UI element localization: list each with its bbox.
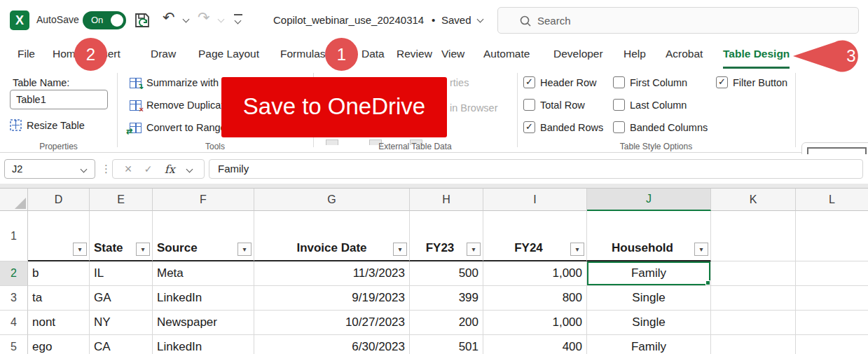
- tab-data[interactable]: Data: [361, 41, 385, 69]
- table-header-cell-g1[interactable]: Invoice Date▾: [254, 211, 410, 261]
- tab-developer[interactable]: Developer: [553, 41, 603, 69]
- column-header-e[interactable]: E: [90, 189, 153, 211]
- cell-h2[interactable]: 500: [410, 261, 483, 286]
- autosave-toggle[interactable]: On: [83, 11, 126, 29]
- search-input[interactable]: [537, 13, 832, 28]
- tab-view[interactable]: View: [441, 41, 464, 69]
- fx-chevron-icon[interactable]: [186, 165, 193, 172]
- select-all-button[interactable]: [0, 189, 28, 211]
- cell-i4[interactable]: 1,000: [483, 311, 587, 335]
- cell-k5[interactable]: [711, 335, 796, 354]
- excel-logo-icon[interactable]: X: [10, 11, 29, 30]
- ribbon-options-chevron-icon[interactable]: [235, 18, 242, 25]
- tab-automate[interactable]: Automate: [483, 41, 530, 69]
- filter-arrow-icon[interactable]: ▾: [393, 243, 407, 256]
- cell-e5[interactable]: CA: [90, 335, 153, 354]
- table-header-cell-f1[interactable]: Source▾: [153, 211, 254, 261]
- table-header-cell-d1[interactable]: ▾: [28, 211, 90, 261]
- save-status[interactable]: Saved: [441, 14, 471, 26]
- cell-j2-active[interactable]: Family: [587, 261, 711, 286]
- name-box[interactable]: J2: [4, 159, 95, 179]
- filter-arrow-icon[interactable]: ▾: [237, 243, 252, 256]
- banded-columns-checkbox[interactable]: ✓: [613, 121, 625, 133]
- column-header-i[interactable]: I: [483, 189, 587, 211]
- filter-arrow-icon[interactable]: ▾: [73, 243, 87, 256]
- cell-j3[interactable]: Single: [587, 286, 711, 311]
- row-header-1[interactable]: 1: [0, 211, 28, 261]
- cell-k3[interactable]: [711, 286, 796, 311]
- formula-input[interactable]: Family: [209, 159, 863, 179]
- formula-bar-drag-handle[interactable]: ⋮: [101, 163, 111, 175]
- cell-e4[interactable]: NY: [90, 311, 153, 335]
- row-header-4[interactable]: 4: [0, 311, 28, 335]
- column-header-k[interactable]: K: [711, 189, 796, 211]
- row-header-3[interactable]: 3: [0, 286, 28, 311]
- title-chevron-icon[interactable]: [477, 16, 484, 23]
- header-row-checkbox[interactable]: ✓: [523, 76, 535, 88]
- undo-chevron-icon[interactable]: [183, 16, 190, 23]
- cell-l1[interactable]: [796, 211, 868, 261]
- save-icon[interactable]: [133, 11, 151, 29]
- cell-d4[interactable]: nont: [28, 311, 90, 335]
- cell-i2[interactable]: 1,000: [483, 261, 587, 286]
- tab-review[interactable]: Review: [397, 41, 432, 69]
- cell-k2[interactable]: [711, 261, 796, 286]
- cell-d5[interactable]: ego: [28, 335, 90, 354]
- cell-l3[interactable]: [796, 286, 868, 311]
- cell-l2[interactable]: [796, 261, 868, 286]
- column-header-l[interactable]: L: [796, 189, 868, 211]
- tab-file[interactable]: File: [18, 41, 35, 69]
- column-header-g[interactable]: G: [254, 189, 410, 211]
- resize-table-button[interactable]: Resize Table: [10, 119, 85, 131]
- cell-g5[interactable]: 6/30/2023: [254, 335, 410, 354]
- table-header-cell-i1[interactable]: FY24▾: [483, 211, 587, 261]
- cell-f2[interactable]: Meta: [153, 261, 254, 286]
- cell-l5[interactable]: [796, 335, 868, 354]
- insert-function-icon[interactable]: fx: [165, 163, 175, 176]
- cell-h4[interactable]: 200: [410, 311, 483, 335]
- cell-j4[interactable]: Single: [587, 311, 711, 335]
- cell-d2[interactable]: b: [28, 261, 90, 286]
- cancel-icon[interactable]: ×: [125, 162, 132, 177]
- tab-draw[interactable]: Draw: [151, 41, 176, 69]
- cell-l4[interactable]: [796, 311, 868, 335]
- filter-arrow-icon[interactable]: ▾: [467, 243, 481, 256]
- cell-h5[interactable]: 501: [410, 335, 483, 354]
- cell-g4[interactable]: 10/27/2023: [254, 311, 410, 335]
- total-row-checkbox[interactable]: ✓: [523, 99, 535, 111]
- cell-k4[interactable]: [711, 311, 796, 335]
- tab-acrobat[interactable]: Acrobat: [666, 41, 703, 69]
- tab-page-layout[interactable]: Page Layout: [198, 41, 259, 69]
- filter-arrow-icon[interactable]: ▾: [570, 243, 584, 256]
- row-header-2-selected[interactable]: 2: [0, 261, 28, 286]
- cell-i3[interactable]: 800: [483, 286, 587, 311]
- cell-e2[interactable]: IL: [90, 261, 153, 286]
- search-box[interactable]: [497, 7, 859, 34]
- cell-i5[interactable]: 400: [483, 335, 587, 354]
- column-header-d[interactable]: D: [28, 189, 90, 211]
- column-header-f[interactable]: F: [153, 189, 254, 211]
- tab-table-design[interactable]: Table Design: [723, 41, 790, 69]
- cell-f3[interactable]: LinkedIn: [153, 286, 254, 311]
- table-header-cell-h1[interactable]: FY23▾: [410, 211, 483, 261]
- cell-f5[interactable]: LinkedIn: [153, 335, 254, 354]
- filter-arrow-icon[interactable]: ▾: [136, 243, 150, 256]
- cell-j5[interactable]: Family: [587, 335, 711, 354]
- last-column-checkbox[interactable]: ✓: [613, 99, 625, 111]
- column-header-h[interactable]: H: [410, 189, 483, 211]
- filter-button-checkbox[interactable]: ✓: [716, 76, 728, 88]
- name-box-chevron-icon[interactable]: [81, 166, 88, 173]
- filter-arrow-icon[interactable]: ▾: [694, 243, 708, 256]
- cell-e3[interactable]: GA: [90, 286, 153, 311]
- table-header-cell-j1[interactable]: Household▾: [587, 211, 711, 261]
- cell-h3[interactable]: 399: [410, 286, 483, 311]
- fill-handle[interactable]: [705, 280, 710, 285]
- cell-d3[interactable]: ta: [28, 286, 90, 311]
- undo-icon[interactable]: ↶: [163, 9, 175, 26]
- enter-check-icon[interactable]: ✓: [144, 163, 153, 175]
- cell-k1[interactable]: [711, 211, 796, 261]
- tab-formulas[interactable]: Formulas: [280, 41, 326, 69]
- first-column-checkbox[interactable]: ✓: [613, 76, 625, 88]
- table-header-cell-e1[interactable]: State▾: [90, 211, 153, 261]
- ribbon-options-icon[interactable]: [234, 14, 242, 15]
